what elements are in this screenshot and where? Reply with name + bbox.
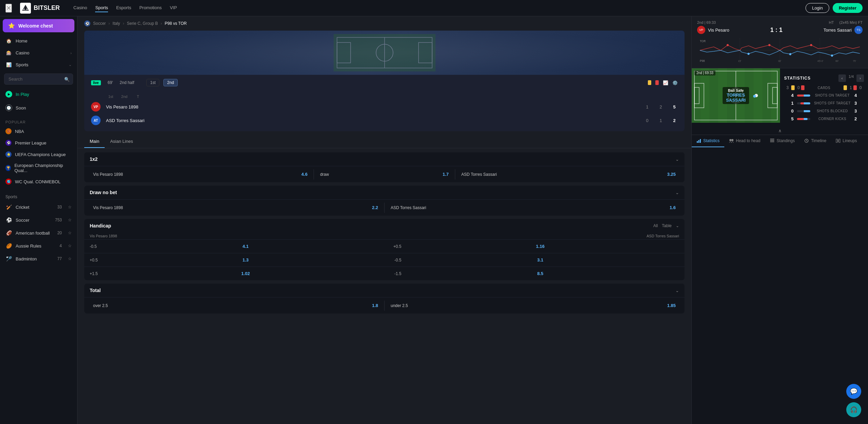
tab-head-to-head[interactable]: Head to head — [724, 135, 765, 147]
svg-text:75': 75' — [853, 60, 856, 63]
aussie-rules-favorite-icon[interactable]: ☆ — [68, 243, 72, 248]
head-to-head-icon — [729, 138, 734, 143]
bet-option-dnb-team2[interactable]: ASD Torres Sassari 1.6 — [387, 202, 679, 213]
sidebar-item-american-football[interactable]: 🏈 American football 20 ☆ — [0, 226, 77, 239]
handicap-odds-right-2[interactable]: 8.5 — [402, 269, 679, 278]
bet-option-under[interactable]: under 2.5 1.85 — [387, 300, 679, 311]
svg-text:30': 30' — [778, 60, 781, 63]
sidebar-item-euro-qual[interactable]: 🏆 European Championship Qual... — [0, 160, 77, 176]
ucl-icon: ⭐ — [5, 151, 12, 157]
sidebar-item-sports[interactable]: 📊 Sports ⌄ — [0, 59, 77, 71]
nav-vip[interactable]: VIP — [170, 4, 177, 12]
settings-icon[interactable]: ⚙️ — [672, 80, 678, 85]
tab-timeline[interactable]: Timeline — [799, 135, 831, 147]
sidebar-item-cricket[interactable]: 🏏 Cricket 33 ☆ — [0, 201, 77, 214]
ball-safe-label: Ball Safe TORRES SASSARI — [723, 87, 749, 104]
overview-period-labels: HT (2x45 Min) FT — [829, 20, 863, 24]
tab-asian-lines[interactable]: Asian Lines — [105, 135, 138, 148]
section-total-header[interactable]: Total ⌄ — [84, 284, 685, 297]
tab-lineups[interactable]: Lineups — [831, 135, 862, 147]
stats-header: STATISTICS ‹ 1/4 › — [784, 71, 864, 85]
nav-casino[interactable]: Casino — [73, 4, 87, 12]
bet-option-team2[interactable]: ASD Torres Sassari 3.25 — [458, 169, 679, 180]
sidebar-item-ucl[interactable]: ⭐ UEFA Champions League — [0, 149, 77, 160]
section-1x2-title: 1x2 — [90, 156, 98, 162]
sidebar-item-nba[interactable]: 🏀 NBA — [0, 125, 77, 137]
nav-sports[interactable]: Sports — [95, 4, 108, 12]
svg-rect-1 — [24, 7, 27, 10]
chat-button[interactable]: 💬 — [846, 384, 861, 399]
cricket-favorite-icon[interactable]: ☆ — [68, 205, 72, 209]
sidebar-item-soccer[interactable]: ⚽ Soccer 753 ☆ — [0, 214, 77, 226]
yellow-card-icon — [648, 80, 651, 85]
handicap-all-option[interactable]: All — [653, 223, 658, 228]
stat-bar-0 — [797, 95, 810, 97]
register-button[interactable]: Register — [833, 3, 863, 13]
handicap-odds-left-2[interactable]: 1.02 — [107, 269, 385, 278]
bet-option-over[interactable]: over 2.5 1.8 — [90, 300, 382, 311]
section-draw-no-bet-header[interactable]: Draw no bet ⌄ — [84, 186, 685, 199]
handicap-odds-right-1[interactable]: 3.1 — [402, 255, 679, 265]
breadcrumb-italy[interactable]: Italy — [112, 21, 120, 26]
breadcrumb-soccer[interactable]: Soccer — [93, 21, 106, 26]
section-1x2-header[interactable]: 1x2 ⌄ — [84, 152, 685, 166]
stat-bar-right-2 — [804, 110, 811, 112]
handicap-odds-left-0[interactable]: 4.1 — [107, 242, 385, 251]
login-button[interactable]: Login — [805, 3, 829, 13]
total-bet-row: over 2.5 1.8 under 2.5 1.85 — [84, 297, 685, 313]
field-overlay: Ball Safe TORRES SASSARI — [692, 68, 780, 123]
match-period: 2nd half — [120, 80, 134, 85]
graph-icon[interactable]: 📈 — [663, 80, 668, 85]
nav-promotions[interactable]: Promotions — [139, 4, 162, 12]
tab-statistics[interactable]: Statistics — [692, 135, 724, 147]
team1-logo: VP — [91, 102, 101, 112]
nav-esports[interactable]: Esports — [116, 4, 131, 12]
tab-main[interactable]: Main — [84, 135, 105, 148]
sidebar-item-badminton[interactable]: 🏸 Badminton 77 ☆ — [0, 252, 77, 265]
section-handicap-header[interactable]: Handicap All Table ⌄ — [84, 219, 685, 233]
handicap-odds-right-0[interactable]: 1.16 — [402, 242, 679, 251]
bet-option-dnb-team1[interactable]: Vis Pesaro 1898 2.2 — [90, 202, 382, 213]
search-input[interactable] — [4, 73, 73, 85]
period-tab-2nd[interactable]: 2nd — [163, 79, 178, 86]
handicap-row-1: +0.5 1.3 -0.5 3.1 — [84, 253, 685, 267]
team2-name: ASD Torres Sassari — [106, 118, 638, 123]
soccer-breadcrumb-icon: ⚽ — [84, 20, 90, 27]
sidebar-item-premier-league[interactable]: ⚽ Premier League — [0, 137, 77, 149]
badminton-favorite-icon[interactable]: ☆ — [68, 256, 72, 261]
bet-option-draw[interactable]: draw 1.7 — [317, 169, 452, 180]
svg-rect-53 — [836, 139, 837, 142]
sidebar-item-aussie-rules[interactable]: 🏉 Aussie Rules 4 ☆ — [0, 239, 77, 252]
sidebar-item-soon[interactable]: 🕐 Soon — [0, 101, 77, 115]
section-total-title: Total — [90, 288, 101, 293]
bet-tabs: Main Asian Lines — [77, 131, 691, 148]
stats-prev-button[interactable]: ‹ — [838, 74, 846, 82]
close-button[interactable]: ✕ — [5, 4, 12, 13]
sidebar-item-home[interactable]: 🏠 Home — [0, 35, 77, 47]
support-button[interactable]: 🎧 — [846, 402, 861, 417]
stats-next-button[interactable]: › — [856, 74, 864, 82]
match-chart: P98 TOR 15' 30' 45+2' 60' 75' — [697, 37, 863, 64]
handicap-table-option[interactable]: Table — [662, 223, 672, 228]
tab-standings[interactable]: Standings — [765, 135, 799, 147]
collapse-total-icon: ⌄ — [675, 288, 679, 293]
collapse-arrow[interactable]: ∧ — [692, 127, 868, 135]
period-tab-1st[interactable]: 1st — [146, 79, 159, 86]
sidebar-item-wc-qual[interactable]: 🌎 WC Qual. CONMEBOL — [0, 176, 77, 187]
stat-row-3: 5 CORNER KICKS 2 — [784, 116, 864, 121]
stat-bar-right-3 — [804, 118, 808, 120]
american-football-favorite-icon[interactable]: ☆ — [68, 231, 72, 235]
collapse-icon: ⌄ — [675, 157, 679, 162]
sidebar-item-inplay[interactable]: ▶ In Play — [0, 87, 77, 101]
svg-text:P98: P98 — [700, 60, 705, 63]
breadcrumb-serie-c[interactable]: Serie C, Group B — [127, 21, 158, 26]
svg-rect-49 — [770, 141, 774, 142]
sidebar-item-casino[interactable]: 🎰 Casino › — [0, 47, 77, 59]
handicap-odds-left-1[interactable]: 1.3 — [107, 255, 385, 265]
bet-option-team1[interactable]: Vis Pesaro 1898 4.6 — [90, 169, 311, 180]
welcome-chest-button[interactable]: ⭐ Welcome chest — [3, 19, 74, 32]
handicap-row-0: -0.5 4.1 +0.5 1.16 — [84, 239, 685, 253]
svg-point-17 — [789, 53, 791, 55]
soccer-favorite-icon[interactable]: ☆ — [68, 218, 72, 222]
svg-point-2 — [25, 6, 26, 8]
